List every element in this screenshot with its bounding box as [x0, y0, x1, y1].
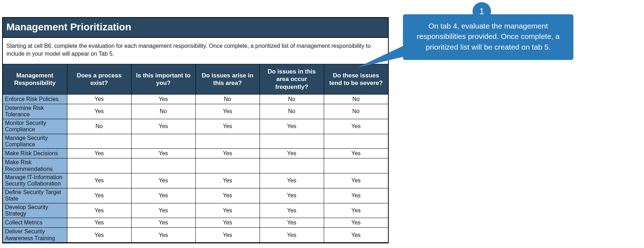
cell[interactable]: No [195, 94, 260, 104]
row-name: Manage Security Compliance [3, 134, 67, 149]
cell[interactable]: Yes [195, 218, 260, 228]
cell[interactable]: Yes [195, 149, 260, 158]
cell[interactable]: Yes [131, 203, 195, 218]
cell[interactable] [260, 158, 324, 173]
cell[interactable]: Yes [67, 228, 131, 243]
cell[interactable]: No [67, 119, 131, 134]
col-header-issues: Do issues arise in this area? [195, 64, 260, 95]
callout-tail-icon [357, 39, 421, 82]
col-header-responsibility: Management Responsibility [3, 64, 67, 95]
col-header-important: Is this important to you? [131, 64, 195, 95]
cell[interactable]: Yes [131, 149, 195, 158]
cell[interactable]: No [260, 104, 324, 119]
cell[interactable]: No [131, 104, 195, 119]
cell[interactable]: No [324, 104, 388, 119]
cell[interactable]: Yes [67, 104, 131, 119]
cell[interactable]: Yes [67, 203, 131, 218]
cell[interactable] [67, 158, 131, 173]
cell[interactable]: Yes [131, 94, 195, 104]
table-row: Monitor Security Compliance No Yes Yes Y… [3, 119, 388, 134]
row-name: Enforce Risk Policies [3, 94, 67, 104]
cell[interactable]: Yes [324, 203, 388, 218]
row-name: Collect Metrics [3, 218, 67, 228]
table-row: Define Security Target State Yes Yes Yes… [3, 188, 388, 203]
cell[interactable]: Yes [195, 228, 260, 243]
cell[interactable] [324, 158, 388, 173]
prioritization-document: Management Prioritization Starting at ce… [2, 17, 389, 243]
cell[interactable]: Yes [260, 203, 324, 218]
instructions-text: Starting at cell B6, complete the evalua… [3, 38, 388, 64]
cell[interactable] [131, 134, 195, 149]
table-row: Manage Security Compliance [3, 134, 388, 149]
cell[interactable]: Yes [260, 119, 324, 134]
cell[interactable]: Yes [67, 218, 131, 228]
cell[interactable]: Yes [131, 228, 195, 243]
cell[interactable]: Yes [260, 188, 324, 203]
cell[interactable]: Yes [195, 119, 260, 134]
table-row: Determine Risk Tolerance Yes No Yes No N… [3, 104, 388, 119]
svg-marker-0 [357, 39, 417, 68]
cell[interactable]: Yes [260, 149, 324, 158]
table-row: Make Risk Decisions Yes Yes Yes Yes Yes [3, 149, 388, 158]
cell[interactable]: Yes [195, 173, 260, 188]
prioritization-table: Management Responsibility Does a process… [3, 64, 388, 243]
cell[interactable] [195, 158, 260, 173]
cell[interactable]: Yes [195, 104, 260, 119]
callout-step-number: 1 [479, 6, 484, 16]
cell[interactable]: Yes [324, 188, 388, 203]
table-row: Make Risk Recommendations [3, 158, 388, 173]
cell[interactable]: Yes [67, 94, 131, 104]
table-body: Enforce Risk Policies Yes Yes No No No D… [3, 94, 388, 242]
cell[interactable] [67, 134, 131, 149]
cell[interactable]: Yes [67, 149, 131, 158]
cell[interactable]: Yes [260, 228, 324, 243]
cell[interactable] [324, 134, 388, 149]
cell[interactable]: Yes [324, 149, 388, 158]
cell[interactable] [195, 134, 260, 149]
row-name: Make Risk Decisions [3, 149, 67, 158]
row-name: Manage IT-Information Security Collabora… [3, 173, 67, 188]
cell[interactable]: Yes [131, 119, 195, 134]
table-row: Enforce Risk Policies Yes Yes No No No [3, 94, 388, 104]
title-bar: Management Prioritization [3, 18, 388, 38]
table-row: Collect Metrics Yes Yes Yes Yes Yes [3, 218, 388, 228]
cell[interactable]: Yes [195, 203, 260, 218]
cell[interactable]: Yes [324, 119, 388, 134]
callout-step-badge: 1 [472, 2, 491, 21]
cell[interactable]: Yes [324, 218, 388, 228]
cell[interactable]: Yes [324, 228, 388, 243]
table-row: Deliver Security Awareness Training Yes … [3, 228, 388, 243]
cell[interactable]: Yes [324, 173, 388, 188]
cell[interactable]: Yes [131, 218, 195, 228]
row-name: Determine Risk Tolerance [3, 104, 67, 119]
table-row: Develop Security Strategy Yes Yes Yes Ye… [3, 203, 388, 218]
cell[interactable] [131, 158, 195, 173]
cell[interactable]: No [324, 94, 388, 104]
col-header-process: Does a process exist? [67, 64, 131, 95]
cell[interactable]: Yes [67, 188, 131, 203]
callout-text: On tab 4, evaluate the management respon… [417, 22, 559, 51]
title-text: Management Prioritization [6, 21, 131, 32]
row-name: Monitor Security Compliance [3, 119, 67, 134]
cell[interactable]: No [260, 94, 324, 104]
table-row: Manage IT-Information Security Collabora… [3, 173, 388, 188]
row-name: Deliver Security Awareness Training [3, 228, 67, 243]
cell[interactable]: Yes [195, 188, 260, 203]
callout-box: On tab 4, evaluate the management respon… [403, 14, 573, 60]
row-name: Make Risk Recommendations [3, 158, 67, 173]
row-name: Define Security Target State [3, 188, 67, 203]
row-name: Develop Security Strategy [3, 203, 67, 218]
col-header-frequent: Do issues in this area occur frequently? [260, 64, 324, 95]
cell[interactable]: Yes [131, 188, 195, 203]
cell[interactable]: Yes [260, 218, 324, 228]
table-header-row: Management Responsibility Does a process… [3, 64, 388, 95]
cell[interactable]: Yes [67, 173, 131, 188]
cell[interactable]: Yes [260, 173, 324, 188]
cell[interactable]: Yes [131, 173, 195, 188]
cell[interactable] [260, 134, 324, 149]
